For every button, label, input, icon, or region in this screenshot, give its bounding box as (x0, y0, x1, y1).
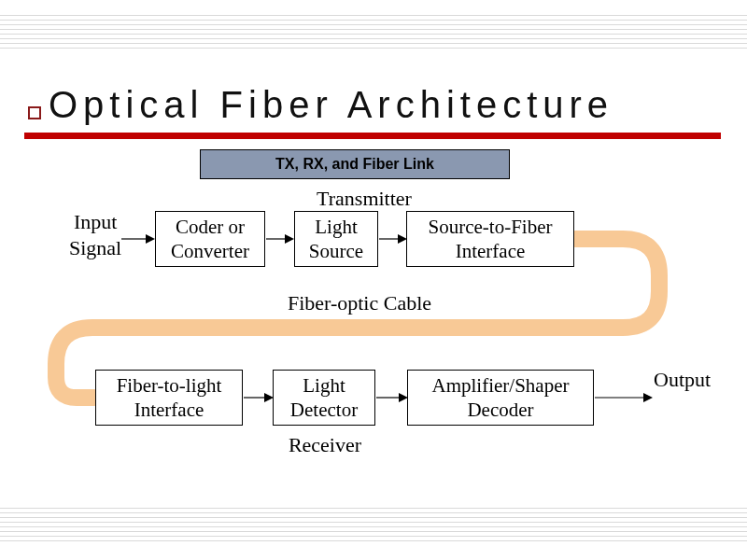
arrow-source-to-stf (379, 233, 407, 245)
block-source-to-fiber: Source-to-Fiber Interface (406, 211, 574, 267)
svg-marker-1 (146, 234, 155, 244)
block-light-detector: Light Detector (273, 370, 375, 426)
svg-marker-3 (285, 234, 294, 244)
line-pattern-top (0, 15, 747, 52)
slide-title: Optical Fiber Architecture (49, 84, 613, 126)
arrow-amp-to-output (595, 392, 653, 403)
block-light-source: Light Source (294, 211, 378, 267)
arrow-coder-to-source (266, 233, 294, 245)
arrow-ftl-to-detector (244, 392, 274, 403)
block-fiber-to-light: Fiber-to-light Interface (95, 370, 243, 426)
arrow-detector-to-amp (376, 392, 408, 403)
line-pattern-bottom (0, 508, 747, 545)
block-amp-shaper-decoder: Amplifier/Shaper Decoder (407, 370, 594, 426)
block-coder: Coder or Converter (155, 211, 265, 267)
input-signal-label: Input Signal (69, 209, 121, 260)
fiber-label: Fiber-optic Cable (257, 290, 462, 316)
svg-marker-9 (399, 393, 408, 402)
svg-marker-11 (643, 393, 653, 402)
svg-marker-5 (398, 234, 407, 244)
receiver-label: Receiver (260, 432, 390, 458)
arrow-input-to-coder (121, 233, 155, 245)
output-label: Output (654, 367, 711, 393)
subtitle-box: TX, RX, and Fiber Link (200, 149, 510, 179)
svg-marker-7 (264, 393, 274, 402)
title-bullet-icon (28, 106, 41, 119)
title-underline (24, 133, 721, 139)
subtitle-text: TX, RX, and Fiber Link (275, 156, 434, 173)
transmitter-label: Transmitter (299, 186, 430, 212)
